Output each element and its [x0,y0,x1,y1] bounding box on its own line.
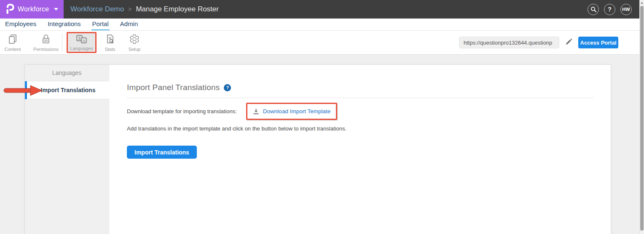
toolbar-item-setup[interactable]: Setup [125,32,144,53]
scroll-up-icon[interactable] [641,2,643,4]
page-scrollbar[interactable] [639,0,644,234]
toolbar-item-content[interactable]: Content [2,32,24,53]
breadcrumb: Workforce Demo > Manage Employee Roster [70,5,219,13]
svg-text:A: A [83,38,85,43]
lock-icon [40,34,51,45]
top-bar: Workforce Workforce Demo > Manage Employ… [0,0,639,19]
pages-icon [7,34,18,45]
import-translations-panel: Import Panel Translations ? Download tem… [109,65,611,234]
pencil-icon [565,38,572,45]
access-portal-button[interactable]: Access Portal [578,37,618,48]
avatar[interactable]: HW [620,4,632,15]
toolbar-label: Setup [129,47,141,52]
breadcrumb-separator: > [128,6,131,13]
nav-item-portal[interactable]: Portal [91,19,110,30]
toolbar-label: Languages [70,46,93,51]
nav-item-integrations[interactable]: Integrations [47,19,81,30]
import-translations-button[interactable]: Import Translations [127,146,197,159]
red-box-annotation: Download Import Template [246,103,337,120]
content-card: Languages Import Translations Import Pan… [24,64,611,234]
instructions-text: Add translations in the import template … [127,125,594,132]
gear-icon [129,34,140,45]
nav-item-employees[interactable]: Employees [4,19,37,30]
breadcrumb-parent[interactable]: Workforce Demo [70,5,124,13]
nav-item-admin[interactable]: Admin [119,19,139,30]
portal-toolbar: Content Permissions 文 A Languages Stats [0,31,639,55]
brand-name: Workforce [18,5,49,13]
toolbar-item-stats[interactable]: Stats [101,32,119,53]
toolbar-label: Stats [105,47,115,52]
topbar-actions: ? HW [588,4,639,15]
question-mark-icon: ? [608,6,612,13]
toolbar-label: Permissions [33,47,59,52]
avatar-initials: HW [622,7,630,12]
edit-url-button[interactable] [565,38,572,47]
download-import-template-link[interactable]: Download Import Template [263,108,330,114]
scrollbar-thumb[interactable] [640,6,644,231]
help-button[interactable]: ? [604,4,615,15]
toolbar-label: Content [5,47,21,52]
sidebar-item-import-translations[interactable]: Import Translations [25,81,109,99]
search-button[interactable] [588,4,599,15]
toolbar-divider [62,33,62,52]
toolbar-item-permissions[interactable]: Permissions [33,32,59,53]
settings-sidebar: Languages Import Translations [25,65,109,234]
divider [127,98,594,98]
portal-url-input[interactable] [459,37,559,48]
download-icon [253,108,259,114]
sidebar-header: Languages [25,65,109,81]
chevron-down-icon [54,8,58,11]
page-search-icon [105,34,115,45]
main-nav: Employees Integrations Portal Admin [0,19,639,31]
search-icon [590,6,596,12]
download-template-label: Download template for importing translat… [127,108,237,114]
translate-icon: 文 A [76,35,87,44]
page-title: Import Panel Translations [127,83,220,92]
questionpro-logo-icon [5,4,14,15]
svg-text:文: 文 [78,36,81,40]
breadcrumb-current: Manage Employee Roster [136,5,219,13]
help-badge-icon[interactable]: ? [224,84,231,91]
toolbar-item-languages[interactable]: 文 A Languages [67,32,97,53]
workforce-brand-dropdown[interactable]: Workforce [0,0,64,19]
